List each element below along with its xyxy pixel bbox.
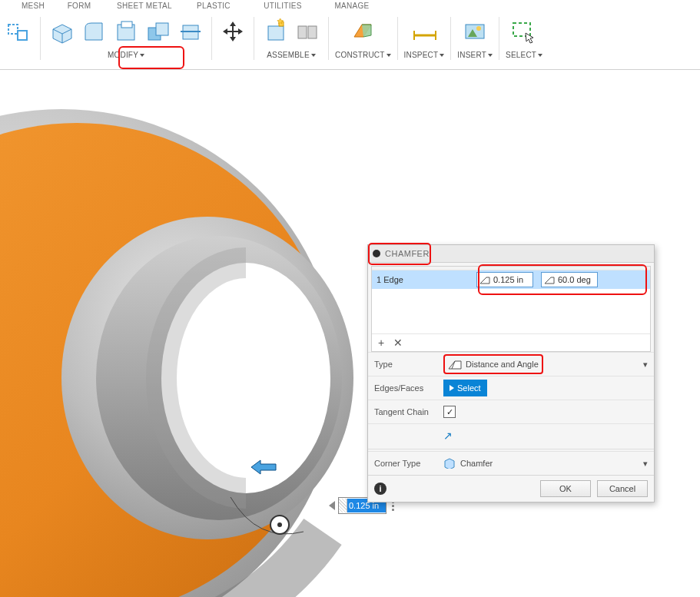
svg-rect-11 <box>298 26 307 38</box>
selection-row[interactable]: 1 Edge 0.125 in 60.0 deg <box>372 270 650 289</box>
sketch-icon[interactable] <box>5 17 34 46</box>
type-value: Distance and Angle <box>466 360 539 369</box>
drag-grip-icon[interactable] <box>339 499 347 512</box>
group-assemble: ASSEMBLE <box>256 14 327 59</box>
fillet-icon[interactable] <box>79 17 108 46</box>
insert-image-icon[interactable] <box>460 17 489 46</box>
insert-dropdown[interactable]: INSERT <box>457 51 493 59</box>
row-tangent-chain: Tangent Chain <box>368 400 654 423</box>
angle-value: 60.0 deg <box>558 275 595 284</box>
row-flip: ↗ <box>368 423 654 447</box>
selection-table: 1 Edge 0.125 in 60.0 deg + ✕ <box>371 266 651 352</box>
type-label: Type <box>374 360 443 369</box>
row-type: Type Distance and Angle ▾ <box>368 352 654 376</box>
ribbon-tabs: MESH FORM SHEET METAL PLASTIC UTILITIES … <box>0 0 700 12</box>
chevron-down-icon[interactable]: ▾ <box>643 360 648 370</box>
group-modify: MODIFY <box>42 14 210 59</box>
group-inspect: INSPECT <box>400 14 450 59</box>
tangent-chain-checkbox[interactable] <box>443 406 456 418</box>
tab-mesh[interactable]: MESH <box>14 0 52 12</box>
svg-rect-3 <box>121 22 132 28</box>
construct-plane-icon[interactable] <box>348 17 377 46</box>
assemble-dropdown[interactable]: ASSEMBLE <box>267 51 316 59</box>
ok-button[interactable]: OK <box>540 480 591 497</box>
flip-icon[interactable]: ↗ <box>443 430 453 442</box>
toolbar-row: MODIFY ASSEMBLE <box>0 14 547 60</box>
select-button[interactable]: Select <box>443 380 487 396</box>
corner-type-icon <box>443 458 456 469</box>
combine-icon[interactable] <box>144 17 173 46</box>
tab-manage[interactable]: MANAGE <box>321 0 383 12</box>
modify-dropdown[interactable]: MODIFY <box>108 51 144 59</box>
corner-type-dropdown[interactable]: Chamfer ▾ <box>443 458 648 469</box>
add-selection-button[interactable]: + <box>378 337 384 349</box>
svg-rect-12 <box>308 26 317 38</box>
panel-pin-icon[interactable] <box>373 250 380 257</box>
chevron-down-icon: ▾ <box>643 459 648 469</box>
svg-rect-5 <box>156 23 168 35</box>
edges-faces-label: Edges/Faces <box>374 383 443 393</box>
new-component-icon[interactable] <box>260 17 290 46</box>
distance-cell[interactable]: 0.125 in <box>476 272 533 287</box>
group-select: SELECT <box>501 14 547 59</box>
svg-rect-8 <box>268 26 284 40</box>
inspect-dropdown[interactable]: INSPECT <box>404 51 445 59</box>
move-icon[interactable] <box>218 17 247 46</box>
construct-dropdown[interactable]: CONSTRUCT <box>335 51 391 59</box>
shell-icon[interactable] <box>111 17 141 46</box>
type-dropdown[interactable]: Distance and Angle <box>443 354 543 374</box>
split-icon[interactable] <box>176 17 205 46</box>
tab-utilities[interactable]: UTILITIES <box>244 0 321 12</box>
pointer-icon <box>329 501 335 510</box>
tab-form[interactable]: FORM <box>52 0 106 12</box>
svg-point-18 <box>476 26 481 31</box>
angle-cell[interactable]: 60.0 deg <box>541 272 598 287</box>
chamfer-panel: CHAMFER 1 Edge 0.125 in 60.0 deg + ✕ Typ… <box>367 244 655 502</box>
row-corner-type: Corner Type Chamfer ▾ <box>368 451 654 475</box>
press-pull-icon[interactable] <box>47 17 76 46</box>
select-window-icon[interactable] <box>509 17 539 46</box>
ribbon: MESH FORM SHEET METAL PLASTIC UTILITIES … <box>0 0 700 70</box>
measure-icon[interactable] <box>410 17 439 46</box>
select-dropdown[interactable]: SELECT <box>506 51 542 59</box>
model-ring <box>0 101 415 597</box>
caret-icon <box>140 54 144 57</box>
panel-title: CHAMFER <box>385 249 430 258</box>
remove-selection-button[interactable]: ✕ <box>393 337 403 349</box>
group-left <box>0 14 38 49</box>
svg-rect-1 <box>18 31 27 40</box>
corner-type-label: Corner Type <box>374 459 443 468</box>
cancel-button[interactable]: Cancel <box>597 480 648 497</box>
panel-button-bar: i OK Cancel <box>368 475 654 502</box>
edge-count-label: 1 Edge <box>377 275 469 284</box>
info-icon[interactable]: i <box>374 483 386 495</box>
distance-value: 0.125 in <box>493 275 530 284</box>
row-edges-faces: Edges/Faces Select <box>368 376 654 400</box>
svg-rect-0 <box>8 25 18 34</box>
tab-plastic[interactable]: PLASTIC <box>183 0 244 12</box>
corner-type-value: Chamfer <box>460 459 493 468</box>
group-construct: CONSTRUCT <box>330 14 396 59</box>
panel-title-bar[interactable]: CHAMFER <box>368 245 654 263</box>
tab-sheet-metal[interactable]: SHEET METAL <box>106 0 183 12</box>
joint-icon[interactable] <box>293 17 322 46</box>
modify-label: MODIFY <box>108 51 138 59</box>
manipulator-node[interactable] <box>270 515 290 535</box>
group-insert: INSERT <box>453 14 497 59</box>
group-move <box>214 14 252 59</box>
tangent-chain-label: Tangent Chain <box>374 407 443 416</box>
